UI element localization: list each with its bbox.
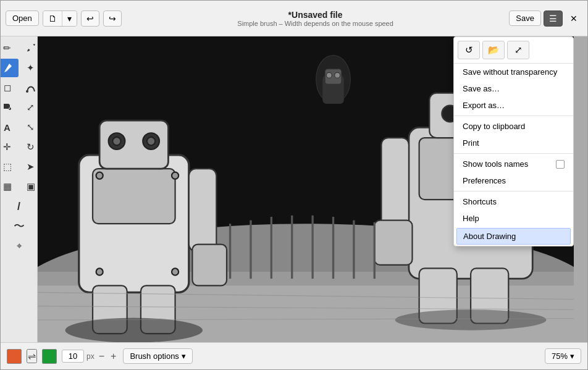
- eraser-tool[interactable]: ◻: [1, 78, 19, 97]
- brush-options-label: Brush options: [130, 351, 179, 361]
- right-sidebar: [574, 36, 587, 342]
- about-item[interactable]: About Drawing: [456, 228, 571, 245]
- shortcuts-item[interactable]: Shortcuts: [454, 193, 573, 210]
- line-tool[interactable]: /: [8, 197, 30, 216]
- increase-size-button[interactable]: +: [109, 351, 118, 362]
- svg-point-19: [172, 268, 178, 275]
- brush-size-area: px − +: [62, 350, 118, 363]
- fullscreen-icon: ⤢: [514, 44, 523, 56]
- new-file-group: 🗋 ▾: [43, 11, 77, 27]
- primary-color-swatch[interactable]: [7, 349, 22, 364]
- fullscreen-button[interactable]: ⤢: [507, 41, 529, 59]
- show-tools-names-checkbox[interactable]: [556, 160, 565, 169]
- menu-separator-2: [454, 153, 573, 154]
- menu-icon-row: ↺ 📂 ⤢: [454, 37, 573, 64]
- tool-row-8: ▦ ▣: [1, 177, 42, 196]
- bottom-bar: ⇌ px − + Brush options ▾ 75% ▾: [1, 342, 587, 369]
- zoom-button[interactable]: 75% ▾: [545, 348, 581, 364]
- new-file-button[interactable]: 🗋: [43, 11, 62, 26]
- export-as-item[interactable]: Export as…: [454, 97, 573, 114]
- move-tool[interactable]: ✛: [1, 138, 19, 156]
- tool-row-7: ⬚ ➤: [1, 158, 42, 176]
- file-subtitle: Simple brush – Width depends on the mous…: [125, 20, 506, 27]
- file-title: *Unsaved file: [125, 10, 506, 20]
- svg-point-11: [147, 137, 155, 145]
- svg-point-42: [335, 72, 340, 78]
- title-bar-center: *Unsaved file Simple brush – Width depen…: [125, 10, 506, 27]
- brush-size-input[interactable]: [62, 350, 84, 363]
- save-without-transparency-item[interactable]: Save without transparency: [454, 64, 573, 80]
- dropdown-menu: ↺ 📂 ⤢ Save without transparency Save as…: [453, 36, 574, 246]
- preferences-item[interactable]: Preferences: [454, 172, 573, 189]
- text-tool[interactable]: A: [1, 118, 19, 137]
- undo-button[interactable]: ↩: [81, 11, 99, 27]
- redo-button[interactable]: ↪: [103, 11, 122, 27]
- zoom-area: 75% ▾: [545, 348, 581, 364]
- brush-options-button[interactable]: Brush options ▾: [123, 348, 193, 364]
- title-bar-right: Save ☰ ✕: [509, 11, 582, 27]
- svg-rect-25: [381, 138, 409, 227]
- zoom-chevron: ▾: [570, 351, 574, 361]
- lasso-tool[interactable]: ⌖: [8, 237, 30, 255]
- refresh-icon: ↺: [465, 44, 473, 56]
- tool-row-2: ✦: [1, 59, 42, 77]
- new-file-icon: 🗋: [48, 14, 57, 23]
- pencil-tool[interactable]: ✏: [1, 39, 19, 57]
- svg-rect-26: [374, 221, 412, 265]
- print-item[interactable]: Print: [454, 135, 573, 151]
- menu-separator-3: [454, 191, 573, 191]
- swap-colors-button[interactable]: ⇌: [27, 349, 37, 363]
- brush-tool[interactable]: [1, 59, 19, 77]
- zoom-label: 75%: [552, 351, 568, 361]
- svg-rect-12: [189, 169, 217, 251]
- tool-row-10: 〜: [8, 217, 30, 235]
- svg-point-41: [326, 72, 332, 78]
- refresh-button[interactable]: ↺: [458, 41, 480, 59]
- hamburger-button[interactable]: ☰: [544, 11, 563, 27]
- svg-point-10: [112, 137, 120, 145]
- brush-unit-label: px: [86, 352, 94, 361]
- svg-point-17: [172, 172, 178, 179]
- paint-bucket-tool[interactable]: [1, 98, 19, 117]
- pattern-tool[interactable]: ▦: [1, 177, 19, 196]
- menu-separator-1: [454, 116, 573, 116]
- help-item[interactable]: Help: [454, 210, 573, 227]
- save-as-item[interactable]: Save as…: [454, 80, 573, 97]
- svg-point-18: [96, 268, 103, 275]
- tool-row-1: ✏: [1, 39, 42, 57]
- svg-point-16: [96, 172, 103, 179]
- close-button[interactable]: ✕: [565, 11, 582, 26]
- chevron-down-icon: ▾: [67, 14, 72, 23]
- close-icon: ✕: [570, 14, 578, 23]
- brush-options-chevron: ▾: [182, 351, 186, 361]
- open-button[interactable]: Open: [6, 11, 39, 26]
- tool-row-3: ◻: [1, 78, 42, 97]
- hamburger-icon: ☰: [549, 14, 557, 23]
- show-tools-names-item[interactable]: Show tools names: [454, 156, 573, 172]
- rect-selection-tool[interactable]: ⬚: [1, 158, 19, 176]
- left-toolbar: ✏ ✦ ◻ ⤢: [1, 36, 38, 342]
- tool-row-4: ⤢: [1, 98, 42, 117]
- save-button[interactable]: Save: [509, 11, 541, 26]
- tool-row-9: /: [8, 197, 30, 216]
- redo-icon: ↪: [109, 14, 116, 23]
- title-bar-left: Open 🗋 ▾ ↩ ↪: [6, 11, 122, 27]
- tool-row-11: ⌖: [8, 237, 30, 255]
- new-file-dropdown[interactable]: ▾: [62, 11, 77, 26]
- wave-tool[interactable]: 〜: [8, 217, 30, 235]
- tool-row-5: A ⤡: [1, 118, 42, 137]
- main-area: ✏ ✦ ◻ ⤢: [1, 36, 587, 342]
- undo-icon: ↩: [86, 14, 94, 23]
- open-file-button[interactable]: 📂: [482, 41, 505, 59]
- svg-point-43: [65, 318, 203, 342]
- svg-point-44: [395, 309, 547, 330]
- title-bar: Open 🗋 ▾ ↩ ↪ *Unsaved file Simple brush …: [1, 1, 587, 36]
- svg-rect-13: [192, 245, 227, 286]
- canvas-area[interactable]: ↺ 📂 ⤢ Save without transparency Save as…: [38, 36, 574, 342]
- app-window: Open 🗋 ▾ ↩ ↪ *Unsaved file Simple brush …: [0, 0, 588, 370]
- copy-to-clipboard-item[interactable]: Copy to clipboard: [454, 118, 573, 135]
- svg-point-0: [26, 90, 28, 93]
- svg-rect-6: [93, 169, 175, 224]
- decrease-size-button[interactable]: −: [97, 351, 106, 362]
- secondary-color-swatch[interactable]: [42, 349, 57, 364]
